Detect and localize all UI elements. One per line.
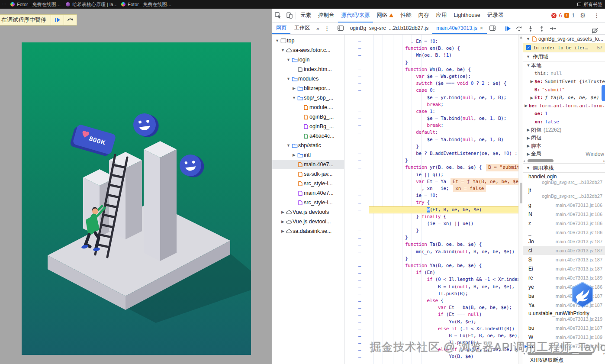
file-tab[interactable]: main.40e73013.js×	[432, 23, 487, 34]
scope-group-闭包[interactable]: ▶闭包(12262)	[523, 126, 605, 134]
call-stack-frame-re[interactable]: remain.40e73013.js:189	[523, 273, 605, 282]
tree-item-src_style-i...[interactable]: src_style-i...	[272, 198, 344, 207]
close-tab-icon[interactable]: ×	[480, 25, 483, 31]
file-tab[interactable]: oginBg_svg-src_...2d.b182db27.js	[346, 23, 432, 34]
chevron-right-icon[interactable]: ▶	[280, 210, 285, 214]
call-stack-frame-cl[interactable]: clmain.40e73013.js:187	[523, 246, 605, 255]
inspect-element-icon[interactable]	[272, 10, 283, 21]
devtools-tab-网络[interactable]: 网络	[373, 9, 397, 23]
xhr-breakpoints-section[interactable]: XHR/提取断点	[523, 356, 605, 364]
console-error-icon[interactable]: ✕	[551, 13, 557, 18]
chevron-right-icon[interactable]: ▶	[529, 79, 534, 84]
chevron-right-icon[interactable]: ▶	[292, 86, 296, 90]
tree-item-oginBg_...[interactable]: oginBg_...	[272, 122, 344, 131]
tree-item-main.40e7...[interactable]: main.40e7...	[272, 188, 344, 198]
call-stack-frame-Jo[interactable]: Jomain.40e73013.js:187	[523, 237, 605, 246]
chevron-down-icon[interactable]: ▼	[526, 63, 531, 68]
browser-tab[interactable]: 哈希表核心原理 | la…	[61, 0, 117, 9]
tree-item-sa.datasink.se...[interactable]: ▶sa.datasink.se...	[272, 226, 344, 236]
browser-tab[interactable]: Fotor - 免费在线图…	[6, 0, 61, 9]
call-stack-frame-N[interactable]: Nmain.40e73013.js:186	[523, 209, 605, 219]
chevron-right-icon[interactable]: ▶	[292, 153, 296, 157]
chevron-right-icon[interactable]: ▶	[526, 136, 531, 140]
tree-item-sa-sdk-jav...[interactable]: sa-sdk-jav...	[272, 169, 344, 179]
tab-page[interactable]: 网页	[272, 23, 290, 34]
editor-gutter[interactable]: ––––––––––––––––––––––––––––––––––––––––…	[356, 38, 364, 361]
call-stack-frame-handleLogin[interactable]: handleLoginoginBg_svg-src_...b182db27	[523, 173, 605, 187]
resume-script-execution-icon[interactable]	[505, 25, 512, 32]
chevron-right-icon[interactable]: ▶	[280, 229, 285, 233]
chevron-down-icon[interactable]: ▼	[526, 37, 531, 41]
call-stack-frame-Ei[interactable]: Eimain.40e73013.js:187	[523, 264, 605, 273]
devtools-tab-内存[interactable]: 内存	[415, 9, 432, 23]
chevron-right-icon[interactable]: ▶	[529, 96, 534, 100]
breakpoint-file-row[interactable]: ▼ oginBg_svg-src_assets_lo...	[523, 35, 605, 43]
resume-script-button[interactable]	[51, 15, 64, 25]
device-toolbar-icon[interactable]	[283, 10, 295, 21]
chevron-right-icon[interactable]: ▶	[280, 219, 285, 224]
settings-gear-icon[interactable]: ⚙	[577, 10, 589, 21]
all-bookmarks[interactable]: 所有书签	[577, 1, 605, 8]
scope-variable-$e[interactable]: ▶$e:SubmitEvent {isTruste	[523, 77, 605, 86]
step-over-button[interactable]	[64, 15, 77, 25]
devtools-tab-Lighthouse[interactable]: Lighthouse	[450, 9, 483, 23]
floating-edge-widget[interactable]	[602, 85, 605, 101]
source-code[interactable]: , En = !0;function en(B, oe) { Wn(oe, B,…	[369, 38, 518, 364]
breakpoint-checkbox[interactable]: ✓	[526, 45, 531, 50]
scope-variable-oe[interactable]: oe:1	[523, 110, 605, 118]
tree-item-a4bac4c...[interactable]: a4bac4c...	[272, 131, 344, 141]
chevron-down-icon[interactable]: ▼	[286, 143, 291, 148]
hide-navigator-icon[interactable]	[335, 23, 346, 34]
step-icon[interactable]	[550, 25, 557, 32]
devtools-tab-元素[interactable]: 元素	[297, 9, 315, 23]
call-stack-frame-g[interactable]: gmain.40e73013.js:186	[523, 200, 605, 209]
callstack-section-header[interactable]: ▼ 调用堆栈	[523, 163, 605, 173]
call-stack-frame-_[interactable]: _main.40e73013.js:186	[523, 228, 605, 237]
scope-horizontal-scrollbar[interactable]: ◂▸	[523, 158, 605, 163]
devtools-tab-应用[interactable]: 应用	[432, 9, 450, 23]
scope-variable-B[interactable]: B:"submit"	[523, 86, 605, 94]
call-stack-frame-bu[interactable]: bumain.40e73013.js:187	[523, 323, 605, 332]
scope-group-闭包[interactable]: ▶闭包	[523, 134, 605, 142]
scope-variable-xn[interactable]: xn:false	[523, 118, 605, 126]
step-into-icon[interactable]	[527, 25, 534, 32]
scope-variable-be[interactable]: ▶be:form.ant-form.ant-form-	[523, 102, 605, 110]
devtools-tab-记录器[interactable]: 记录器	[484, 9, 507, 23]
tree-item-login[interactable]: ▼login	[272, 55, 344, 64]
issues-icon[interactable]: !	[564, 13, 569, 18]
scope-group-脚本[interactable]: ▶脚本	[523, 142, 605, 150]
chevron-down-icon[interactable]: ▼	[292, 96, 296, 100]
navigator-menu-icon[interactable]: ⋮	[322, 23, 332, 34]
chevron-down-icon[interactable]: ▼	[286, 77, 291, 81]
tree-item-sbp-static[interactable]: ▼sbp/static	[272, 141, 344, 150]
devtools-tab-性能[interactable]: 性能	[397, 9, 415, 23]
breakpoint-entry[interactable]: ✓ In order to be iter… 57	[523, 43, 605, 52]
tree-item-main.40e7...[interactable]: main.40e7...	[272, 160, 344, 169]
tree-item-top[interactable]: ▼top	[272, 36, 344, 45]
show-more-tabs-icon[interactable]	[487, 23, 498, 34]
step-out-icon[interactable]	[538, 25, 545, 32]
chevron-down-icon[interactable]: ▼	[286, 58, 291, 62]
call-stack-frame-jt[interactable]: jtoginBg_svg-src_...b182db27	[523, 187, 605, 200]
tree-item-Vue.js-devtool...[interactable]: ▶Vue.js devtool...	[272, 217, 344, 226]
tree-item-sbp-_sbp_...[interactable]: ▼sbp/_sbp_...	[272, 93, 344, 103]
issue-count[interactable]: 1	[572, 13, 575, 19]
tree-item-oginBg_...[interactable]: oginBg_...	[272, 112, 344, 122]
call-stack-frame-z[interactable]: zmain.40e73013.js:186	[523, 219, 605, 228]
tree-item-Vue.js-devtools[interactable]: ▶Vue.js devtools	[272, 207, 344, 217]
tree-item-index.htm...[interactable]: index.htm...	[272, 64, 344, 74]
tab-fragment[interactable]: …	[0, 0, 6, 9]
devtools-tab-控制台[interactable]: 控制台	[315, 9, 338, 23]
more-panels-icon[interactable]: »	[314, 23, 322, 34]
scope-variable-Et[interactable]: ▶Et:ƒ Ya(B, oe, be, $e)	[523, 93, 605, 102]
tree-item-blitzrepor...[interactable]: ▶blitzrepor...	[272, 84, 344, 93]
scope-group-全局[interactable]: ▶全局Window	[523, 150, 605, 158]
chevron-down-icon[interactable]: ▼	[275, 39, 280, 43]
scope-group-本地[interactable]: ▼本地	[523, 61, 605, 70]
chevron-right-icon[interactable]: ▶	[526, 144, 531, 148]
scope-variable-this[interactable]: this:null	[523, 70, 605, 78]
step-over-icon[interactable]	[516, 25, 523, 32]
chevron-down-icon[interactable]: ▼	[280, 48, 285, 52]
devtools-tab-源代码/来源[interactable]: 源代码/来源	[338, 9, 373, 23]
scope-section-header[interactable]: ▼ 作用域	[523, 52, 605, 61]
